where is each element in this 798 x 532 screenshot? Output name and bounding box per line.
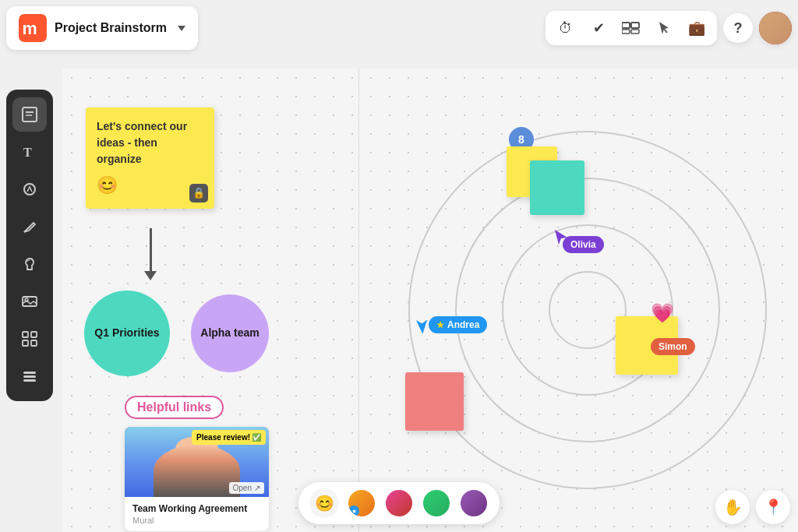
check-icon[interactable]: ✔	[588, 17, 609, 39]
svg-rect-17	[23, 372, 36, 374]
sidebar-pen-icon[interactable]	[12, 210, 47, 244]
svg-rect-3	[631, 23, 639, 28]
link-card[interactable]: Please review! ✅ Open ↗ Team Working Agr…	[125, 427, 269, 531]
timer-icon[interactable]: ⏱	[555, 17, 577, 39]
project-selector[interactable]: m Project Brainstorm	[6, 6, 198, 50]
center-circle	[549, 271, 627, 349]
help-button[interactable]: ?	[723, 13, 753, 43]
location-tool-button[interactable]: 📍	[756, 490, 790, 524]
svg-text:m: m	[23, 19, 37, 38]
link-card-title: Team Working Agreement	[132, 503, 261, 514]
canvas-divider	[358, 69, 359, 532]
sidebar-shape-icon[interactable]	[12, 172, 47, 206]
svg-text:T: T	[23, 146, 32, 159]
svg-point-10	[24, 184, 35, 195]
sidebar-llama-icon[interactable]	[12, 247, 47, 281]
participant-avatar-1[interactable]: ★	[347, 488, 376, 518]
sidebar-grid-icon[interactable]	[12, 322, 47, 356]
top-bar: m Project Brainstorm ⏱ ✔ �	[6, 6, 792, 50]
toolbar-group: ⏱ ✔ 💼	[546, 11, 717, 45]
participant-avatar-3[interactable]	[422, 488, 451, 518]
heart-icon: 💗	[651, 302, 674, 324]
andrea-label: ★ Andrea	[429, 316, 487, 333]
left-sidebar: T	[6, 90, 53, 401]
view-icon[interactable]	[620, 17, 642, 39]
cursor-icon[interactable]	[653, 17, 675, 39]
sticky-note-main[interactable]: Let's connect our ideas - then organize …	[86, 107, 214, 209]
open-link-button[interactable]: Open ↗	[229, 482, 264, 494]
sticky-cyan[interactable]	[530, 160, 584, 215]
link-card-source: Mural	[132, 516, 261, 525]
link-card-body: Team Working Agreement Mural	[125, 497, 269, 531]
arrow-connector	[144, 228, 157, 280]
olivia-cursor-area: Olivia	[552, 228, 570, 250]
link-card-image: Please review! ✅ Open ↗	[125, 427, 269, 497]
svg-rect-5	[631, 30, 639, 33]
user-avatar-button[interactable]	[759, 12, 792, 44]
alpha-team-circle[interactable]: Alpha team	[191, 294, 269, 372]
person-body	[154, 445, 240, 498]
bottom-right-tools: ✋ 📍	[715, 490, 790, 524]
svg-rect-16	[31, 340, 37, 346]
sidebar-sticky-icon[interactable]	[12, 97, 47, 132]
arrow-line	[150, 228, 152, 271]
arrow-head	[144, 271, 157, 280]
helpful-links-section: Helpful links Please review! ✅ Open ↗ Te…	[125, 396, 288, 531]
hand-tool-button[interactable]: ✋	[715, 490, 750, 524]
bottom-participants-bar: 😊 ★	[298, 482, 500, 524]
helpful-links-label: Helpful links	[125, 396, 224, 419]
canvas[interactable]: Let's connect our ideas - then organize …	[62, 69, 798, 532]
briefcase-icon[interactable]: 💼	[686, 17, 708, 39]
sticky-note-emoji: 😊	[97, 174, 203, 198]
mural-logo: m	[19, 14, 47, 42]
sidebar-menu-icon[interactable]	[12, 359, 47, 393]
svg-rect-18	[23, 375, 36, 378]
avatar-face	[759, 12, 792, 44]
sticky-pink[interactable]	[405, 372, 464, 431]
simon-label: Simon	[651, 338, 695, 355]
concentric-diagram	[393, 115, 782, 505]
star-badge-1: ★	[348, 506, 359, 516]
svg-rect-15	[23, 340, 28, 346]
participant-avatar-2[interactable]	[384, 488, 414, 518]
chevron-down-icon[interactable]	[178, 26, 185, 31]
svg-rect-13	[23, 332, 28, 337]
andrea-area: ★ Andrea	[413, 315, 432, 336]
participant-avatar-4[interactable]	[459, 488, 489, 518]
olivia-label: Olivia	[563, 236, 604, 253]
please-review-badge: Please review! ✅	[192, 430, 266, 445]
q1-priorities-circle[interactable]: Q1 Priorities	[84, 291, 170, 376]
sidebar-image-icon[interactable]	[12, 284, 47, 319]
top-right-controls: ⏱ ✔ 💼 ?	[546, 11, 792, 45]
svg-rect-4	[622, 30, 630, 33]
svg-rect-2	[622, 23, 630, 28]
sidebar-text-icon[interactable]: T	[12, 135, 47, 169]
project-title: Project Brainstorm	[55, 21, 167, 35]
emoji-reaction-button[interactable]: 😊	[309, 488, 339, 518]
sticky-note-text: Let's connect our ideas - then organize	[97, 118, 203, 167]
lock-icon: 🔒	[189, 184, 208, 203]
svg-rect-14	[31, 332, 37, 337]
svg-rect-6	[23, 107, 37, 122]
svg-rect-19	[23, 379, 36, 382]
